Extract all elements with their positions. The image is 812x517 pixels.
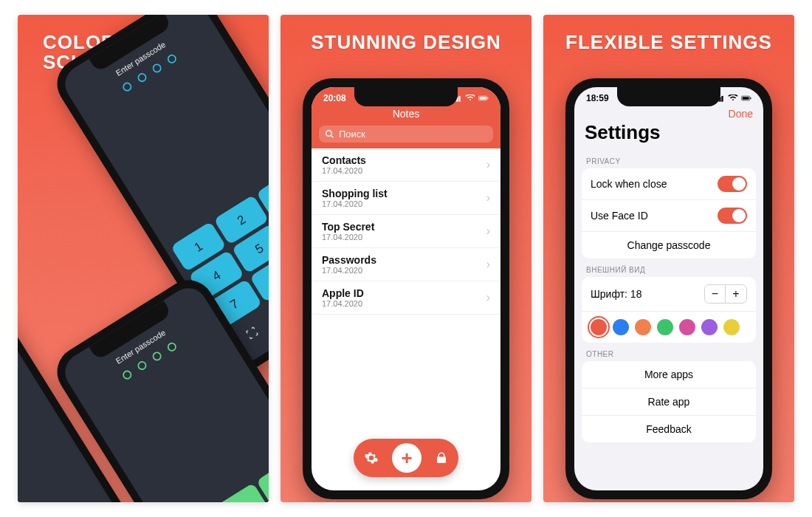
keypad: 1 2 3 4 5 6 7 8 9 0 ⌫	[171, 456, 269, 502]
status-time: 18:59	[586, 93, 609, 103]
swatch-5[interactable]	[701, 319, 718, 335]
chevron-right-icon: ›	[486, 225, 490, 238]
mock-phone-settings: 18:59 Done Settings PRIVACY Lock when cl…	[565, 78, 772, 499]
settings-card-privacy: Lock when close Use Face ID Change passc…	[582, 168, 756, 258]
swatch-3[interactable]	[657, 319, 673, 335]
toggle-lock[interactable]	[718, 176, 747, 192]
note-row[interactable]: Top Secret17.04.2020 ›	[312, 215, 500, 248]
note-row[interactable]: Contacts17.04.2020 ›	[312, 148, 500, 182]
add-note-button[interactable]: +	[392, 443, 422, 473]
notes-list: Contacts17.04.2020 › Shopping list17.04.…	[312, 148, 500, 315]
mock-phone-notes: 20:08 Notes Поиск Contacts	[303, 78, 509, 499]
swatch-6[interactable]	[723, 319, 740, 335]
row-font: Шрифт: 18 − +	[582, 277, 756, 312]
done-button[interactable]: Done	[729, 108, 753, 120]
svg-line-15	[331, 135, 333, 137]
lock-button[interactable]	[435, 451, 448, 465]
passcode-prompt: Enter passcode	[58, 15, 212, 106]
note-row[interactable]: Shopping list17.04.2020 ›	[312, 182, 500, 215]
section-other-label: OTHER	[574, 343, 763, 361]
chevron-right-icon: ›	[486, 291, 490, 304]
font-stepper[interactable]: − +	[704, 284, 747, 304]
settings-card-other: More apps Rate app Feedback	[582, 361, 756, 442]
swatch-4[interactable]	[679, 319, 695, 335]
panel-title: FLEXIBLE SETTINGS	[543, 32, 794, 52]
svg-rect-13	[487, 97, 488, 99]
section-appearance-label: ВНЕШНИЙ ВИД	[574, 258, 763, 277]
section-privacy-label: PRIVACY	[574, 150, 763, 168]
svg-rect-10	[458, 96, 460, 102]
status-time: 20:08	[323, 93, 346, 103]
search-icon	[325, 129, 334, 139]
note-row[interactable]: Apple ID17.04.2020 ›	[312, 281, 500, 315]
note-row[interactable]: Passwords17.04.2020 ›	[312, 248, 500, 281]
row-feedback[interactable]: Feedback	[582, 416, 756, 442]
row-more-apps[interactable]: More apps	[582, 361, 756, 388]
settings-button[interactable]	[364, 451, 379, 465]
panel-stunning-design: STUNNING DESIGN 20:08 Notes	[281, 15, 531, 502]
stepper-minus[interactable]: −	[705, 285, 726, 303]
chevron-right-icon: ›	[486, 258, 490, 271]
swatch-0[interactable]	[591, 319, 607, 335]
stepper-plus[interactable]: +	[726, 285, 746, 303]
chevron-right-icon: ›	[486, 191, 490, 205]
bottom-action-bar: +	[354, 439, 458, 477]
svg-point-14	[326, 131, 332, 137]
search-input[interactable]: Поиск	[319, 126, 493, 143]
search-placeholder: Поиск	[339, 129, 365, 140]
swatch-2[interactable]	[635, 319, 651, 335]
panel-title: STUNNING DESIGN	[281, 32, 531, 52]
row-lock-when-close[interactable]: Lock when close	[582, 168, 756, 200]
chevron-right-icon: ›	[486, 158, 490, 171]
settings-card-appearance: Шрифт: 18 − +	[582, 277, 756, 343]
row-face-id[interactable]: Use Face ID	[582, 200, 756, 232]
swatch-1[interactable]	[613, 319, 629, 335]
svg-rect-12	[480, 97, 486, 100]
panel-color-schemes: COLOR SCHEMES Enter passcode 1 2 3 4 5 6…	[18, 15, 269, 502]
svg-rect-19	[721, 96, 723, 102]
row-change-passcode[interactable]: Change passcode	[582, 232, 756, 258]
color-swatches	[582, 312, 756, 343]
panel-flexible-settings: FLEXIBLE SETTINGS 18:59 Done Settings PR…	[543, 15, 794, 502]
page-title: Settings	[574, 120, 763, 150]
svg-rect-21	[743, 97, 749, 100]
svg-rect-22	[750, 97, 751, 99]
toggle-faceid[interactable]	[718, 208, 747, 224]
row-rate-app[interactable]: Rate app	[582, 388, 756, 416]
